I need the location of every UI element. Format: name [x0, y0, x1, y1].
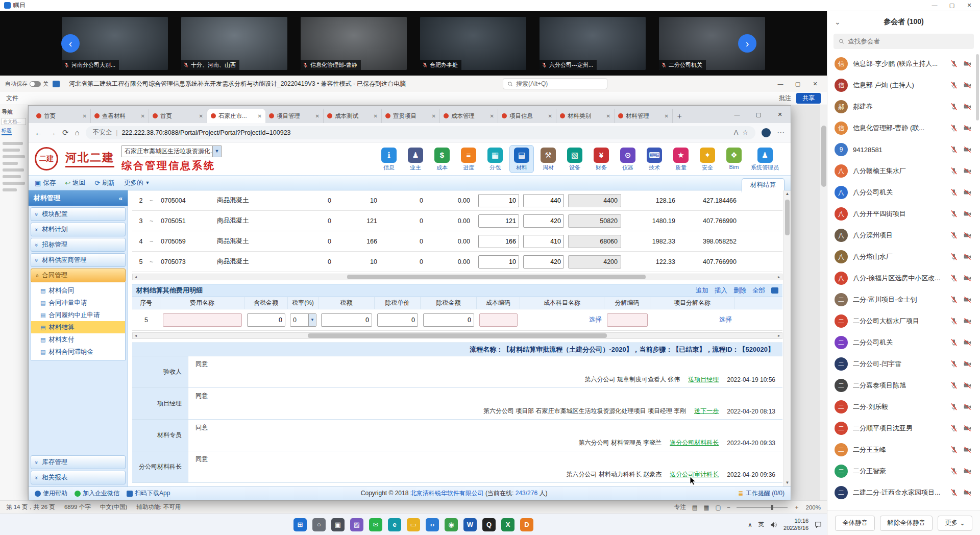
refresh-icon[interactable]: ⟳ [62, 128, 69, 137]
browser-tab[interactable]: 查看材料 ✕ [91, 109, 149, 123]
tax-rate-select[interactable]: 0▼ [290, 313, 316, 327]
participant-row[interactable]: 八 八分公司机关 [827, 182, 980, 203]
video-tile[interactable]: 合肥办事处 [420, 17, 526, 70]
mic-muted-icon[interactable] [950, 124, 958, 132]
word-count[interactable]: 6899 个字 [64, 503, 91, 511]
mic-muted-icon[interactable] [950, 446, 958, 454]
clock[interactable]: 10:16 2022/6/16 [783, 518, 808, 532]
taskbar-app-icon[interactable]: W [463, 518, 477, 531]
tab-close-icon[interactable]: ✕ [258, 113, 262, 119]
favorite-star-icon[interactable]: ☆ [742, 129, 748, 136]
word-scrollbar[interactable] [820, 105, 827, 500]
sidebar-group[interactable]: » 招标管理 [31, 238, 126, 252]
company-link[interactable]: 北京清科锐华软件有限公司 [410, 490, 484, 497]
camera-off-icon[interactable] [963, 338, 972, 347]
browser-tab[interactable]: 成本测试 ✕ [324, 109, 382, 123]
camera-off-icon[interactable] [963, 124, 972, 132]
module-item[interactable]: ❖ Bim [722, 145, 746, 172]
breakdown-select-link[interactable]: 选择 [719, 315, 732, 324]
camera-off-icon[interactable] [963, 403, 972, 411]
participant-row[interactable]: 八 八分赣榆王集水厂 [827, 160, 980, 182]
tab-close-icon[interactable]: ✕ [548, 113, 552, 119]
price-input[interactable] [523, 255, 564, 269]
content-vertical-scrollbar[interactable]: ▲ ▼ [783, 190, 791, 487]
breakdown-code-input[interactable] [607, 313, 648, 327]
browser-profile-avatar[interactable] [762, 128, 771, 137]
mic-muted-icon[interactable] [950, 467, 958, 475]
tab-close-icon[interactable]: ✕ [665, 113, 669, 119]
file-menu-tab[interactable]: 文件 [6, 94, 18, 103]
video-tile[interactable]: 六分公司---定州... [540, 17, 646, 70]
video-tile[interactable]: 十分、河南、山西 [181, 17, 287, 70]
browser-tab[interactable]: 宣贯项目 ✕ [382, 109, 440, 123]
app-download-link[interactable]: 扫码下载App [127, 489, 170, 498]
sidebar-group[interactable]: » 模块配置 [31, 207, 126, 221]
fees-action-link[interactable]: 删除 [733, 286, 746, 295]
module-item[interactable]: ★ 质量 [669, 145, 693, 173]
participant-row[interactable]: 信 信息部 卢灿 (主持人) [827, 75, 980, 96]
participant-row[interactable]: 二 二分顺平项目沈亚男 [827, 418, 980, 439]
comments-button[interactable]: 批注 [779, 94, 791, 103]
module-item[interactable]: ⌨ 技术 [642, 145, 667, 173]
close-button[interactable]: ✕ [961, 0, 978, 11]
camera-off-icon[interactable] [963, 145, 972, 154]
nav-outline-item[interactable] [3, 182, 25, 185]
module-item[interactable]: ♟ 系统管理员 [748, 145, 781, 173]
module-item[interactable]: ♟ 业主 [403, 145, 428, 173]
collapse-icon[interactable]: « [119, 194, 122, 202]
fees-action-link[interactable]: 插入 [715, 286, 727, 295]
sidebar-group-contracts[interactable]: » 合同管理 [31, 269, 126, 282]
camera-off-icon[interactable] [963, 381, 972, 390]
wechat-link[interactable]: 加入企业微信 [75, 489, 119, 498]
camera-off-icon[interactable] [963, 103, 972, 111]
mic-muted-icon[interactable] [950, 253, 958, 261]
browser-tab[interactable]: 项目信息 ✕ [498, 109, 556, 123]
browser-tab[interactable]: 首页 ✕ [149, 109, 207, 123]
taskbar-app-icon[interactable]: X [501, 518, 514, 531]
browser-tab[interactable]: 材料类别 ✕ [556, 109, 615, 123]
video-tile[interactable]: 信息化管理部-曹静 [301, 17, 407, 70]
participant-row[interactable]: 八 八分-徐福片区选房中小区改... [827, 268, 980, 289]
grid-horizontal-scrollbar[interactable]: ◂▸ [132, 274, 782, 280]
participant-row[interactable]: 郝 郝建春 [827, 96, 980, 117]
camera-off-icon[interactable] [963, 253, 972, 261]
tab-close-icon[interactable]: ✕ [374, 113, 378, 119]
camera-off-icon[interactable] [963, 210, 972, 218]
mic-muted-icon[interactable] [950, 317, 958, 325]
refresh-button[interactable]: ⟳刷新 [94, 179, 115, 187]
taskbar-app-icon[interactable]: ▨ [350, 518, 363, 531]
autosave-toggle[interactable]: 自动保存 关 [5, 80, 48, 88]
tab-close-icon[interactable]: ✕ [315, 113, 320, 119]
participant-search-box[interactable] [834, 34, 974, 49]
tab-close-icon[interactable]: ✕ [141, 113, 145, 119]
sidebar-group[interactable]: » 材料计划 [31, 223, 126, 236]
net-price-input[interactable] [377, 313, 418, 327]
zoom-out-button[interactable]: − [727, 504, 730, 510]
nav-outline-item[interactable] [3, 142, 23, 145]
mic-muted-icon[interactable] [950, 338, 958, 347]
quantity-input[interactable] [478, 194, 519, 207]
participant-row[interactable]: 八 八分塔山水厂 [827, 246, 980, 268]
tax-amount-input[interactable] [321, 313, 372, 327]
help-link[interactable]: 使用帮助 [35, 489, 67, 498]
mic-muted-icon[interactable] [950, 60, 958, 68]
camera-off-icon[interactable] [963, 489, 972, 497]
save-button[interactable]: ▣保存 [35, 179, 56, 187]
mic-muted-icon[interactable] [950, 145, 958, 154]
participant-row[interactable]: 二 二分公司大栃水厂项目 [827, 310, 980, 332]
cost-code-input[interactable] [479, 313, 518, 327]
table-row[interactable]: 4 ~ 0705059 商品混凝土 0 166 0 0.00 [132, 231, 782, 252]
volume-icon[interactable] [770, 522, 777, 528]
tab-close-icon[interactable]: ✕ [83, 113, 87, 119]
module-item[interactable]: ℹ 信息 [377, 145, 401, 173]
tab-close-icon[interactable]: ✕ [606, 113, 610, 119]
table-row[interactable]: 2 ~ 0705004 商品混凝土 0 10 0 0.00 [132, 190, 782, 211]
camera-off-icon[interactable] [963, 188, 972, 197]
mic-muted-icon[interactable] [950, 489, 958, 497]
camera-off-icon[interactable] [963, 467, 972, 475]
language-indicator[interactable]: 中文(中国) [100, 503, 128, 511]
fees-action-link[interactable]: 追加 [696, 286, 708, 295]
participant-row[interactable]: 二 二建二分-迁西金水家园项目... [827, 482, 980, 503]
minimize-button[interactable]: — [926, 0, 943, 11]
taskbar-app-icon[interactable]: ○ [312, 518, 326, 531]
